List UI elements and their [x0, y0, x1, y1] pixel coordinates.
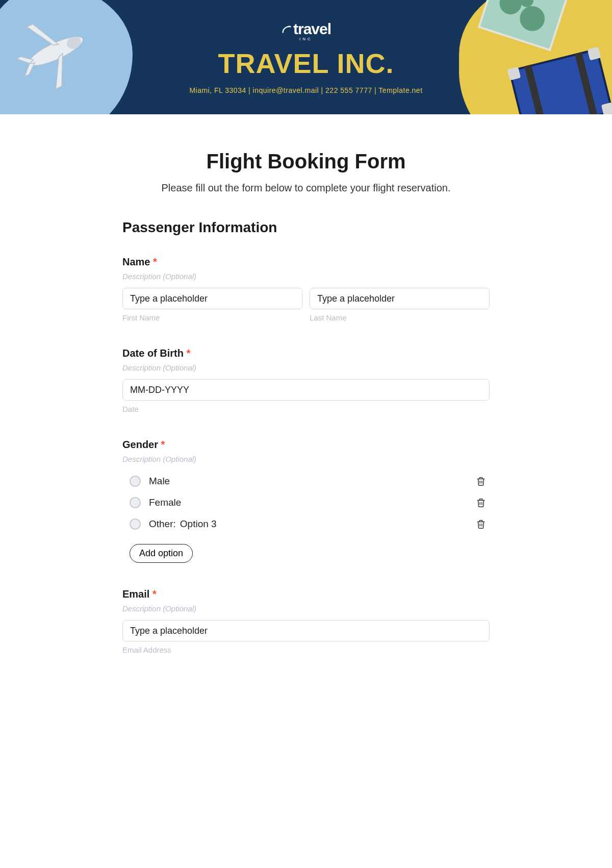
name-label: Name *	[122, 256, 490, 268]
radio-male-label: Male	[149, 476, 170, 487]
radio-female-label: Female	[149, 497, 181, 508]
delete-option-icon[interactable]	[475, 476, 487, 487]
add-option-button[interactable]: Add option	[130, 544, 193, 563]
first-name-input[interactable]	[122, 288, 302, 309]
logo: travel INC	[281, 20, 331, 41]
section-passenger-info: Passenger Information	[122, 219, 490, 236]
gender-option-other: Other: Option 3	[122, 513, 490, 535]
field-gender: Gender * Description (Optional) Male Fem…	[122, 439, 490, 563]
radio-other-extra[interactable]: Option 3	[180, 518, 217, 530]
logo-text: travel	[281, 20, 331, 38]
header-banner: travel INC TRAVEL INC. Miami, FL 33034 |…	[0, 0, 612, 114]
delete-option-icon[interactable]	[475, 497, 487, 508]
dob-input[interactable]	[122, 379, 490, 401]
email-description[interactable]: Description (Optional)	[122, 604, 490, 613]
gender-label: Gender *	[122, 439, 490, 451]
email-label: Email *	[122, 588, 490, 600]
field-name: Name * Description (Optional) First Name…	[122, 256, 490, 322]
logo-subtext: INC	[299, 37, 313, 41]
radio-female[interactable]	[130, 497, 141, 508]
name-description[interactable]: Description (Optional)	[122, 272, 490, 281]
page-subtitle: Please fill out the form below to comple…	[122, 182, 490, 194]
dob-sublabel: Date	[122, 405, 490, 413]
radio-male[interactable]	[130, 476, 141, 487]
banner-title: TRAVEL INC.	[218, 47, 394, 79]
banner-info: Miami, FL 33034 | inquire@travel.mail | …	[189, 86, 422, 94]
field-email: Email * Description (Optional) Email Add…	[122, 588, 490, 654]
gender-option-male: Male	[122, 470, 490, 492]
field-dob: Date of Birth * Description (Optional) D…	[122, 348, 490, 413]
last-name-sublabel: Last Name	[310, 313, 490, 322]
email-input[interactable]	[122, 620, 490, 641]
dob-description[interactable]: Description (Optional)	[122, 363, 490, 372]
first-name-sublabel: First Name	[122, 313, 302, 322]
radio-other-label: Other:	[149, 518, 176, 530]
last-name-input[interactable]	[310, 288, 490, 309]
form-content: Flight Booking Form Please fill out the …	[71, 114, 541, 680]
page-title: Flight Booking Form	[122, 150, 490, 173]
radio-other[interactable]	[130, 518, 141, 530]
email-sublabel: Email Address	[122, 646, 490, 654]
gender-option-female: Female	[122, 492, 490, 513]
dob-label: Date of Birth *	[122, 348, 490, 359]
delete-option-icon[interactable]	[475, 518, 487, 530]
gender-description[interactable]: Description (Optional)	[122, 455, 490, 463]
